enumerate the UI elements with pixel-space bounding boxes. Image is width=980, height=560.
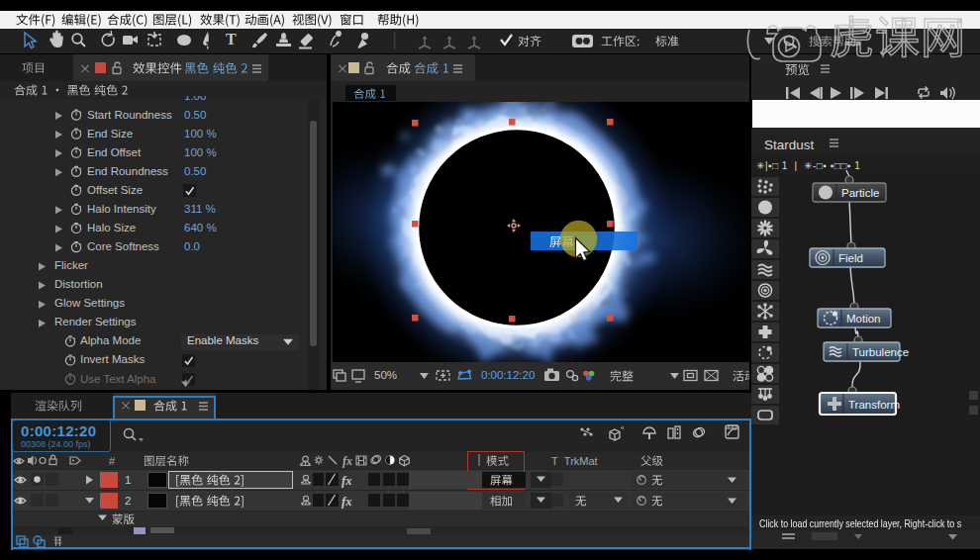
svg-text:fx: fx [342,495,351,509]
svg-text:fx: fx [343,454,352,468]
svg-text:Field: Field [838,252,863,264]
svg-text:Particle: Particle [841,187,879,199]
svg-text:Turbulence: Turbulence [852,346,909,358]
svg-text:Transform: Transform [848,399,900,411]
svg-text:Motion: Motion [846,313,881,325]
svg-text:fx: fx [342,474,351,488]
